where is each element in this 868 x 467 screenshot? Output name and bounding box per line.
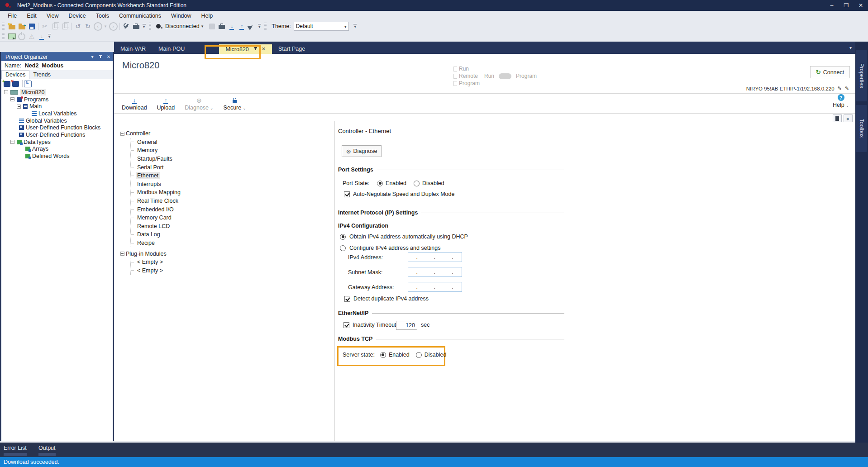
tree-item-udf[interactable]: User-Defined Functions [1,131,113,138]
tree-item-plugin-empty-2[interactable]: < Empty > [131,267,334,275]
project-organizer-header[interactable]: Project Organizer ▾ ✕ [1,52,113,61]
menu-edit[interactable]: Edit [22,11,42,21]
tree-item-real-time-clock[interactable]: Real Time Clock [131,197,334,205]
tree-item-embedded-io[interactable]: Embedded I/O [131,205,334,214]
expander-icon[interactable] [4,90,8,94]
connection-status-button[interactable] [153,22,163,31]
navigate-forward-button[interactable]: › [108,22,118,31]
toolbar-overflow[interactable]: ▾ [47,33,52,41]
tab-devices[interactable]: Devices [1,70,29,79]
close-button[interactable]: ✕ [854,0,868,11]
connection-dropdown-icon[interactable]: ▾ [201,24,204,29]
toolbar-grip[interactable] [2,33,5,40]
add-device-icon[interactable] [4,81,10,87]
tree-item-main[interactable]: Main [1,103,113,110]
expander-icon[interactable] [10,140,14,144]
import-button[interactable]: ↓ [37,32,47,41]
minimize-button[interactable]: – [825,0,839,11]
toolbar-grip[interactable] [2,23,5,30]
tree-item-interrupts[interactable]: Interrupts [131,180,334,189]
menu-device[interactable]: Device [64,11,91,21]
panel-menu-icon[interactable]: ▾ [88,53,96,61]
help-button[interactable]: ? Help⌄ [833,94,849,108]
tab-list-dropdown-icon[interactable]: ▾ [849,45,855,50]
diagnose-button[interactable]: ⊛ Diagnose [342,145,382,157]
port-state-enabled-radio[interactable] [377,181,383,186]
toolbar-overflow[interactable]: ▾ [257,22,262,30]
save-button[interactable] [27,22,37,31]
theme-select[interactable]: Default ▾ [294,22,349,31]
upload-button[interactable]: ↑ Upload [152,95,180,113]
expander-icon[interactable] [17,105,21,109]
expander-icon[interactable] [10,97,14,101]
restore-button[interactable]: ❐ [839,0,854,11]
clean-button[interactable] [247,22,257,31]
tree-item-startup-faults[interactable]: Startup/Faults [131,155,334,163]
tab-properties[interactable]: Properties [856,50,867,101]
tree-item-local-variables[interactable]: Local Variables [1,110,113,117]
toolbox-button[interactable] [131,22,141,31]
gateway-address-input[interactable] [408,282,462,292]
build-button[interactable] [121,22,131,31]
paste-button[interactable] [60,22,70,31]
toolbar-grip[interactable] [264,23,267,30]
tree-item-modbus-mapping[interactable]: Modbus Mapping [131,188,334,197]
run-program-toggle[interactable] [499,73,511,79]
tree-item-recipe[interactable]: Recipe [131,239,334,248]
run-mode-button[interactable] [7,32,17,41]
tree-item-arrays[interactable]: Arrays [1,146,113,153]
tree-item-memory[interactable]: Memory [131,146,334,155]
tree-item-defined-words[interactable]: Defined Words [1,152,113,160]
faults-button[interactable]: ⚠ [27,32,37,41]
close-icon[interactable]: ✕ [105,53,113,61]
inactivity-timeout-input[interactable]: 120 [396,321,417,330]
remove-device-icon[interactable] [12,81,19,87]
menu-communications[interactable]: Communications [114,11,166,21]
menu-tools[interactable]: Tools [91,11,114,21]
tree-item-general[interactable]: General [131,138,334,147]
ipv4-address-input[interactable] [408,252,462,262]
static-ip-radio[interactable] [340,245,346,251]
tree-item-programs[interactable]: Programs [1,96,113,103]
device-config-button[interactable] [217,22,227,31]
tab-trends[interactable]: Trends [29,71,54,79]
toolbar-overflow[interactable]: ▾ [353,22,358,30]
tab-main-var[interactable]: Main-VAR [114,44,152,54]
tree-item-micro820[interactable]: Micro820 [1,89,113,96]
tree-item-udfb[interactable]: User-Defined Function Blocks [1,124,113,131]
auto-negotiate-checkbox[interactable] [344,191,350,197]
menu-window[interactable]: Window [166,11,196,21]
pin-icon[interactable] [96,53,105,61]
tree-item-controller[interactable]: Controller [120,129,334,138]
navigate-dropdown[interactable]: ▾ [103,22,108,31]
download-button[interactable]: ↓ Download [117,95,152,113]
server-state-disabled-radio[interactable] [416,352,422,358]
open-project-button[interactable] [17,22,27,31]
connect-button[interactable]: ↻ Connect [810,66,850,78]
tab-main-pou[interactable]: Main-POU [152,44,191,54]
organize-icon[interactable] [24,81,32,87]
secure-button[interactable]: Secure⌄ [219,95,251,113]
download-device-button[interactable]: ↓ [227,22,237,31]
expander-icon[interactable] [120,252,124,256]
tree-item-plugin-modules[interactable]: Plug-in Modules [120,249,334,258]
edit-address-icon[interactable]: ✎ [845,86,849,91]
tree-item-datatypes[interactable]: DataTypes [1,138,113,146]
tab-toolbox[interactable]: Toolbox [856,105,867,152]
verify-button[interactable] [207,22,217,31]
tree-item-memory-card[interactable]: Memory Card [131,214,334,222]
tree-item-data-log[interactable]: Data Log [131,230,334,239]
tab-error-list[interactable]: Error List [4,445,27,451]
tree-item-global-variables[interactable]: Global Variables [1,117,113,124]
edit-connection-icon[interactable]: ✎ [838,86,842,91]
toolbar-grip[interactable] [149,23,151,30]
power-button[interactable] [17,32,27,41]
expander-icon[interactable] [120,132,124,136]
tab-output[interactable]: Output [38,445,56,451]
tab-start-page[interactable]: Start Page [272,44,311,54]
tree-item-remote-lcd[interactable]: Remote LCD [131,222,334,231]
cut-button[interactable]: ✂ [40,22,50,31]
navigate-back-button[interactable]: ‹ [93,22,103,31]
menu-help[interactable]: Help [196,11,218,21]
detect-duplicate-checkbox[interactable] [344,296,350,302]
